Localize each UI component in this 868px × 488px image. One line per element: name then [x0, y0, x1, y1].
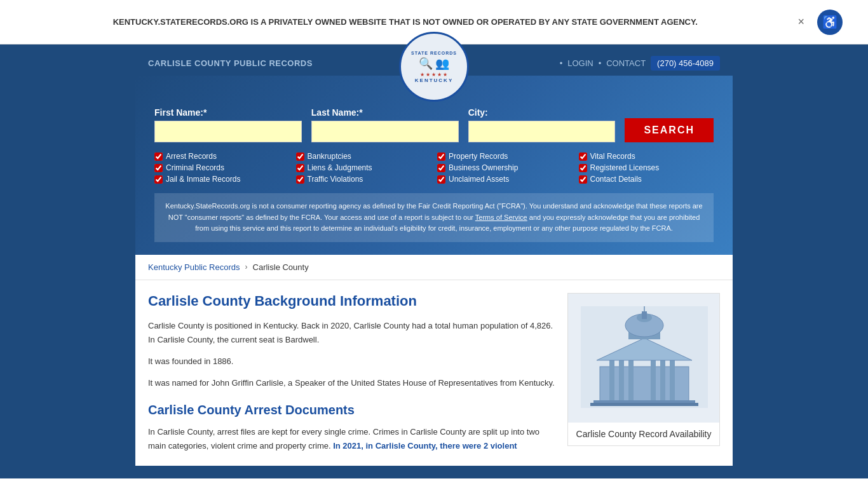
- checkbox-liens-&-judgments[interactable]: [296, 164, 304, 172]
- dot2: •: [599, 58, 602, 68]
- svg-rect-6: [660, 360, 665, 402]
- logo-circle: STATE RECORDS 🔍 👥 ★★★★★ KENTUCKY: [399, 32, 469, 102]
- checkbox-label: Bankruptcies: [308, 152, 351, 161]
- search-button[interactable]: SEARCH: [625, 118, 714, 142]
- checkbox-item: Unclaimed Assets: [437, 175, 573, 184]
- dot1: •: [560, 58, 563, 68]
- contact-link[interactable]: CONTACT: [606, 58, 646, 68]
- checkbox-label: Unclaimed Assets: [449, 175, 509, 184]
- banner-close[interactable]: ×: [797, 15, 804, 29]
- sidebar-image: Carlisle County Record Availability: [567, 293, 720, 454]
- checkbox-item: Property Records: [437, 152, 573, 161]
- search-icon: 🔍: [419, 57, 433, 71]
- intro-text: Carlisle County is positioned in Kentuck…: [148, 319, 555, 347]
- phone-badge[interactable]: (270) 456-4089: [651, 56, 720, 71]
- breadcrumb: Kentucky Public Records › Carlisle Count…: [135, 255, 733, 280]
- checkbox-traffic-violations[interactable]: [296, 175, 304, 184]
- named-text: It was named for John Griffin Carlisle, …: [148, 376, 555, 390]
- tos-link[interactable]: Terms of Service: [475, 214, 527, 221]
- checkbox-bankruptcies[interactable]: [296, 152, 304, 161]
- search-section: First Name:* Last Name:* City: SEARCH Ar…: [135, 76, 733, 255]
- nav-links: • LOGIN • CONTACT (270) 456-4089: [560, 56, 720, 71]
- chevron-icon: ›: [245, 262, 248, 271]
- first-name-label: First Name:*: [154, 107, 302, 118]
- logo-state-text: KENTUCKY: [415, 78, 453, 83]
- record-availability-label: Carlisle County Record Availability: [568, 423, 719, 445]
- checkbox-label: Arrest Records: [166, 152, 217, 161]
- svg-rect-15: [590, 403, 698, 406]
- svg-rect-12: [642, 311, 647, 319]
- last-name-input[interactable]: [311, 121, 459, 142]
- breadcrumb-current: Carlisle County: [253, 262, 309, 272]
- checkbox-label: Jail & Inmate Records: [166, 175, 240, 184]
- last-name-label: Last Name:*: [311, 107, 459, 118]
- city-field: City:: [468, 107, 616, 142]
- main-content: Carlisle County Background Information C…: [135, 280, 733, 466]
- checkbox-label: Property Records: [449, 152, 508, 161]
- checkbox-item: Business Ownership: [437, 163, 573, 172]
- text-content: Carlisle County Background Information C…: [148, 293, 555, 454]
- founded-text: It was founded in 1886.: [148, 355, 555, 369]
- checkbox-property-records[interactable]: [437, 152, 445, 161]
- checkbox-item: Criminal Records: [154, 163, 290, 172]
- checkbox-item: Jail & Inmate Records: [154, 175, 290, 184]
- checkbox-vital-records[interactable]: [579, 152, 587, 161]
- checkbox-item: Vital Records: [579, 152, 714, 161]
- last-name-field: Last Name:*: [311, 107, 459, 142]
- logo-area: STATE RECORDS 🔍 👥 ★★★★★ KENTUCKY: [399, 32, 469, 102]
- accessibility-icon: ♿: [822, 15, 838, 30]
- building-image: [568, 294, 719, 423]
- arrest-heading: Carlisle County Arrest Documents: [148, 403, 555, 417]
- checkbox-arrest-records[interactable]: [154, 152, 163, 161]
- city-label: City:: [468, 107, 616, 118]
- checkbox-label: Vital Records: [590, 152, 635, 161]
- checkbox-label: Criminal Records: [166, 163, 224, 172]
- checkbox-unclaimed-assets[interactable]: [437, 175, 445, 184]
- checkbox-contact-details[interactable]: [579, 175, 587, 184]
- page-heading: Carlisle County Background Information: [148, 293, 555, 309]
- checkbox-label: Business Ownership: [449, 163, 518, 172]
- banner-text: KENTUCKY.STATERECORDS.ORG IS A PRIVATELY…: [25, 16, 785, 29]
- accessibility-button[interactable]: ♿: [817, 10, 843, 35]
- checkbox-registered-licenses[interactable]: [579, 164, 587, 172]
- arrest-text: In Carlisle County, arrest files are kep…: [148, 425, 555, 453]
- checkbox-business-ownership[interactable]: [437, 164, 445, 172]
- arrest-highlight: In 2021, in Carlisle County, there were …: [333, 441, 517, 451]
- people-icon: 👥: [435, 57, 449, 71]
- checkbox-item: Liens & Judgments: [296, 163, 431, 172]
- checkboxes-grid: Arrest RecordsBankruptciesProperty Recor…: [154, 152, 714, 184]
- checkbox-item: Traffic Violations: [296, 175, 431, 184]
- svg-rect-3: [619, 360, 624, 402]
- checkbox-item: Arrest Records: [154, 152, 290, 161]
- site-title: CARLISLE COUNTY PUBLIC RECORDS: [148, 58, 313, 68]
- disclaimer: Kentucky.StateRecords.org is not a consu…: [154, 193, 714, 242]
- first-name-field: First Name:*: [154, 107, 302, 142]
- city-input[interactable]: [468, 121, 616, 142]
- svg-rect-4: [628, 360, 634, 402]
- login-link[interactable]: LOGIN: [567, 58, 593, 68]
- svg-rect-5: [651, 360, 656, 402]
- checkbox-label: Traffic Violations: [308, 175, 363, 184]
- header-card: STATE RECORDS 🔍 👥 ★★★★★ KENTUCKY CARLISL…: [135, 51, 733, 466]
- checkbox-label: Liens & Judgments: [308, 163, 372, 172]
- logo-text-top: STATE RECORDS: [411, 51, 457, 55]
- checkbox-jail-&-inmate-records[interactable]: [154, 175, 163, 184]
- checkbox-criminal-records[interactable]: [154, 164, 163, 172]
- svg-rect-2: [609, 360, 614, 402]
- record-availability-box: Carlisle County Record Availability: [567, 293, 720, 446]
- capitol-building-svg: [581, 306, 708, 408]
- checkbox-item: Contact Details: [579, 175, 714, 184]
- checkbox-item: Bankruptcies: [296, 152, 431, 161]
- main-wrapper: STATE RECORDS 🔍 👥 ★★★★★ KENTUCKY CARLISL…: [0, 44, 868, 478]
- svg-rect-7: [670, 360, 675, 402]
- checkbox-label: Registered Licenses: [590, 163, 660, 172]
- logo-stars: ★★★★★: [420, 72, 449, 78]
- logo-icons-row: 🔍 👥: [419, 57, 449, 71]
- checkbox-label: Contact Details: [590, 175, 642, 184]
- checkbox-item: Registered Licenses: [579, 163, 714, 172]
- first-name-input[interactable]: [154, 121, 302, 142]
- search-fields: First Name:* Last Name:* City: SEARCH: [154, 107, 714, 142]
- breadcrumb-parent[interactable]: Kentucky Public Records: [148, 262, 240, 272]
